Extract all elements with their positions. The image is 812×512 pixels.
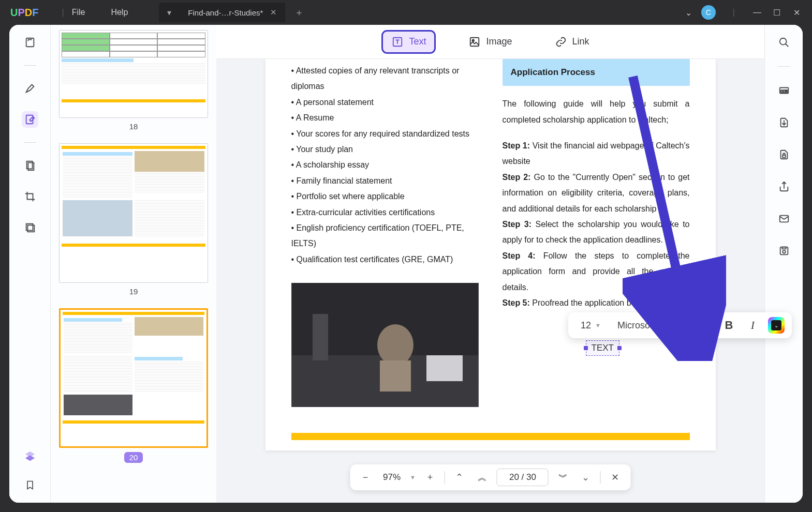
svg-text:OCR: OCR bbox=[780, 89, 788, 93]
image-tool-button[interactable]: Image bbox=[460, 32, 520, 52]
link-tool-button[interactable]: Link bbox=[547, 32, 598, 52]
svg-rect-12 bbox=[380, 360, 411, 391]
bookmark-icon[interactable] bbox=[22, 477, 38, 493]
protect-icon[interactable] bbox=[776, 146, 792, 163]
page-number-input[interactable]: 20 / 30 bbox=[497, 469, 549, 486]
prev-page-button[interactable]: ︽ bbox=[474, 469, 491, 486]
svg-rect-27 bbox=[782, 247, 786, 249]
zoom-out-button[interactable]: − bbox=[357, 469, 374, 486]
chevron-down-icon[interactable]: ⌄ bbox=[685, 8, 692, 18]
align-button[interactable] bbox=[697, 317, 714, 334]
minimize-button[interactable]: — bbox=[752, 8, 762, 17]
search-icon[interactable] bbox=[776, 34, 792, 51]
separator: | bbox=[62, 8, 64, 17]
step-4: Step 4: Follow the steps to complete the… bbox=[503, 248, 690, 295]
menu-help[interactable]: Help bbox=[111, 8, 128, 17]
text-tool-button[interactable]: Text bbox=[383, 32, 434, 52]
layers-icon[interactable] bbox=[22, 448, 38, 464]
document-tab[interactable]: Find-and-…r-Studies* ✕ bbox=[180, 3, 285, 22]
close-nav-button[interactable]: ✕ bbox=[607, 469, 624, 486]
step-1: Step 1: Visit the financial aid webpage … bbox=[503, 138, 690, 170]
edit-tool-icon[interactable] bbox=[22, 111, 38, 128]
convert-icon[interactable] bbox=[776, 114, 792, 131]
save-icon[interactable] bbox=[776, 243, 792, 259]
first-page-button[interactable]: ⌃ bbox=[451, 469, 468, 486]
thumbnail-panel: 18 19 bbox=[51, 25, 216, 503]
requirements-list: Attested copies of any relevant transcri… bbox=[291, 63, 479, 267]
thumbnail-18[interactable] bbox=[59, 30, 208, 118]
menu-file[interactable]: File bbox=[72, 8, 85, 17]
image-icon bbox=[468, 36, 481, 48]
thumbnail-19[interactable] bbox=[59, 143, 208, 283]
svg-rect-14 bbox=[313, 314, 328, 360]
thumbnail-label: 18 bbox=[59, 122, 208, 131]
step-2: Step 2: Go to the "Currently Open" secti… bbox=[503, 170, 690, 217]
share-icon[interactable] bbox=[776, 178, 792, 195]
step-3: Step 3: Select the scholarship you would… bbox=[503, 217, 690, 248]
page-tools-icon[interactable] bbox=[22, 157, 38, 174]
italic-button[interactable]: I bbox=[744, 317, 762, 334]
comment-tool-icon[interactable] bbox=[22, 80, 38, 97]
email-icon[interactable] bbox=[776, 210, 792, 227]
thumbnail-label-active: 20 bbox=[124, 452, 143, 463]
user-avatar[interactable]: C bbox=[701, 5, 716, 20]
zoom-in-button[interactable]: + bbox=[422, 469, 438, 486]
separator: | bbox=[733, 8, 735, 17]
text-format-toolbar: 12▼ MicrosoftYa…▼ B I ⌄ bbox=[568, 312, 792, 338]
next-page-button[interactable]: ︾ bbox=[555, 469, 571, 486]
svg-rect-13 bbox=[426, 355, 463, 381]
close-tab-icon[interactable]: ✕ bbox=[270, 8, 277, 17]
new-tab-button[interactable]: ＋ bbox=[294, 6, 304, 19]
right-sidebar: OCR bbox=[764, 25, 803, 503]
resize-handle-left[interactable] bbox=[584, 346, 588, 350]
resize-handle-right[interactable] bbox=[617, 346, 622, 350]
page-footer-bar bbox=[291, 433, 690, 440]
font-family-select[interactable]: MicrosoftYa…▼ bbox=[612, 317, 690, 334]
svg-line-20 bbox=[785, 44, 788, 47]
last-page-button[interactable]: ⌄ bbox=[578, 469, 594, 486]
tab-title: Find-and-…r-Studies* bbox=[188, 8, 263, 17]
section-header: Application Process bbox=[503, 59, 690, 86]
svg-point-19 bbox=[779, 38, 786, 45]
document-page[interactable]: Attested copies of any relevant transcri… bbox=[265, 59, 716, 450]
tab-list-dropdown[interactable]: ▾ bbox=[159, 3, 180, 22]
watermark-tool-icon[interactable] bbox=[22, 219, 38, 236]
document-image bbox=[291, 283, 479, 407]
left-sidebar bbox=[9, 25, 51, 503]
svg-point-26 bbox=[783, 250, 786, 253]
crop-tool-icon[interactable] bbox=[22, 188, 38, 205]
font-size-select[interactable]: 12▼ bbox=[575, 317, 606, 334]
ocr-icon[interactable]: OCR bbox=[776, 82, 792, 99]
svg-point-8 bbox=[473, 39, 475, 41]
page-navigation-bar: − 97% ▼ + ⌃ ︽ 20 / 30 ︾ ⌄ ✕ bbox=[350, 464, 631, 490]
zoom-level: 97% bbox=[380, 472, 404, 483]
thumbnail-20[interactable] bbox=[59, 308, 208, 448]
svg-rect-7 bbox=[470, 37, 479, 46]
link-icon bbox=[555, 36, 567, 48]
zoom-dropdown-icon[interactable]: ▼ bbox=[410, 474, 416, 480]
text-edit-selection[interactable]: TEXT bbox=[586, 340, 619, 356]
bold-button[interactable]: B bbox=[720, 317, 738, 334]
color-picker-button[interactable]: ⌄ bbox=[768, 317, 785, 334]
thumbnail-label: 19 bbox=[59, 287, 208, 296]
app-logo: UPDF bbox=[10, 7, 38, 19]
close-window-button[interactable]: ✕ bbox=[791, 8, 802, 18]
reader-mode-icon[interactable] bbox=[22, 34, 38, 51]
text-icon bbox=[391, 36, 404, 48]
svg-point-11 bbox=[377, 324, 414, 366]
svg-rect-23 bbox=[783, 155, 786, 158]
maximize-button[interactable]: ☐ bbox=[772, 8, 782, 18]
edit-toolbar: Text Image Link bbox=[216, 25, 764, 59]
intro-text: The following guide will help you submit… bbox=[503, 96, 690, 128]
step-5: Step 5: Proofread the application before… bbox=[503, 295, 690, 311]
